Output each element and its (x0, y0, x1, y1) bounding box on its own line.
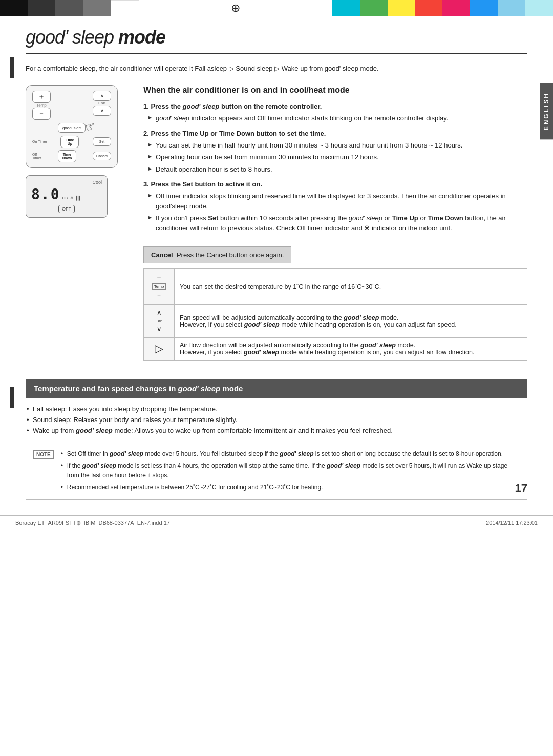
airflow-icon: ▷ (149, 342, 169, 355)
intro-text: For a comfortable sleep, the air conditi… (26, 64, 527, 74)
remote-off-timer-label: OffTimer (32, 153, 41, 160)
step3-bullets: Off timer indicator stops blinking and r… (143, 191, 527, 233)
footer: Boracay ET_AR09FSFT⊗_IBIM_DB68-03377A_EN… (0, 515, 553, 531)
page-number: 17 (515, 481, 527, 495)
step2-bullet3: Default operation hour is set to 8 hours… (148, 164, 527, 175)
remote-on-timer-label: On Timer (32, 140, 47, 143)
temp-icon: ＋ Temp － (149, 273, 169, 300)
remote-plus-btn: ＋ (32, 91, 51, 103)
step2-bullet1: You can set the time in half hourly unit… (148, 140, 527, 151)
section2-bullets: Fall asleep: Eases you into sleep by dro… (26, 404, 527, 436)
note-content: Set Off timer in good' sleep mode over 5… (60, 449, 520, 495)
note-label: NOTE (33, 450, 54, 459)
note-item2: If the good' sleep mode is set less than… (60, 461, 520, 480)
left-col: ＋ Temp － ∧ Fan ∨ good' slee ☞ (26, 85, 128, 369)
remote-time-down-btn: Time Down (58, 150, 76, 162)
steps-list: 1. Press the good' sleep button on the r… (143, 102, 527, 233)
step-3: 3. Press the Set button to active it on.… (143, 180, 527, 233)
step1-bullets: good' sleep indicator appears and Off ti… (143, 113, 527, 123)
table-row-airflow: ▷ Air flow direction will be adjusted au… (144, 338, 527, 361)
left-margin-mark (10, 57, 14, 78)
remote-cancel-btn: Cancel (93, 152, 111, 160)
step-1: 1. Press the good' sleep button on the r… (143, 102, 527, 123)
remote-set-btn: Set (93, 137, 111, 146)
remote-temp-label: Temp (36, 103, 47, 108)
cancel-box: Cancel Press the Cancel button once agai… (143, 246, 291, 263)
remote-fan-label: Fan (98, 101, 105, 106)
section1-title: When the air conditioner is on and in co… (143, 85, 527, 96)
section2-bullet2: Sound sleep: Relaxes your body and raise… (26, 415, 527, 426)
footer-left: Boracay ET_AR09FSFT⊗_IBIM_DB68-03377A_EN… (15, 520, 170, 527)
remote-minus-btn: － (32, 108, 51, 120)
step1-header: 1. Press the good' sleep button on the r… (143, 102, 527, 110)
table-cell-airflow: Air flow direction will be adjusted auto… (175, 338, 527, 361)
step2-bullet2: Operating hour can be set from minimum 3… (148, 152, 527, 162)
table-row-fan: ∧ Fan ∨ Fan speed will be adjusted autom… (144, 305, 527, 338)
remote-control-image: ＋ Temp － ∧ Fan ∨ good' slee ☞ (26, 85, 118, 168)
display-off-badge: OFF (58, 205, 75, 213)
section2-bullet1: Fall asleep: Eases you into sleep by dro… (26, 404, 527, 415)
display-panel: Cool 8.0 HR ❄ ▌▌ OFF (26, 175, 108, 218)
remote-time-up-btn: Time Up (60, 136, 79, 148)
hand-icon: ☞ (83, 119, 98, 135)
step1-bullet1: good' sleep indicator appears and Off ti… (148, 113, 527, 123)
english-tab: ENGLISH (540, 83, 553, 139)
compass-icon: ⊕ (222, 0, 249, 16)
table-cell-temp: You can set the desired temperature by 1… (175, 269, 527, 305)
step-2: 2. Press the Time Up or Time Down button… (143, 130, 527, 175)
fan-icon: ∧ Fan ∨ (149, 309, 169, 333)
temp-fan-section: Temperature and fan speed changes in goo… (26, 379, 527, 436)
two-col-layout: ＋ Temp － ∧ Fan ∨ good' slee ☞ (26, 85, 527, 369)
footer-right: 2014/12/11 17:23:01 (486, 520, 538, 527)
step2-bullets: You can set the time in half hourly unit… (143, 140, 527, 175)
display-hr-label: HR ❄ ▌▌ (62, 196, 82, 200)
display-cool-label: Cool (31, 180, 102, 185)
section2-bullet3: Wake up from good' sleep mode: Allows yo… (26, 426, 527, 436)
step3-bullet1: Off timer indicator stops blinking and r… (148, 191, 527, 211)
note-item1: Set Off timer in good' sleep mode over 5… (60, 449, 520, 459)
step2-header: 2. Press the Time Up or Time Down button… (143, 130, 527, 137)
right-col: When the air conditioner is on and in co… (143, 85, 527, 369)
remote-fan-down: ∨ (93, 106, 111, 116)
main-content: ENGLISH good' sleep mode For a comfortab… (0, 16, 553, 510)
page-title: good' sleep mode (26, 27, 527, 54)
remote-good-sleep-btn: good' slee (58, 123, 86, 133)
display-number: 8.0 (31, 186, 60, 203)
section2-title: Temperature and fan speed changes in goo… (26, 379, 527, 398)
step3-bullet2: If you don't press Set button within 10 … (148, 213, 527, 233)
table-cell-fan: Fan speed will be adjusted automatically… (175, 305, 527, 338)
left-margin-mark-bottom (10, 387, 14, 408)
step3-header: 3. Press the Set button to active it on. (143, 180, 527, 188)
note-box: NOTE Set Off timer in good' sleep mode o… (26, 444, 527, 500)
remote-fan-up: ∧ (93, 91, 111, 101)
top-color-bar: ⊕ (0, 0, 553, 16)
info-table: ＋ Temp － You can set the desired tempera… (143, 268, 527, 361)
table-row-temp: ＋ Temp － You can set the desired tempera… (144, 269, 527, 305)
note-item3: Recommended set temperature is between 2… (60, 482, 520, 492)
